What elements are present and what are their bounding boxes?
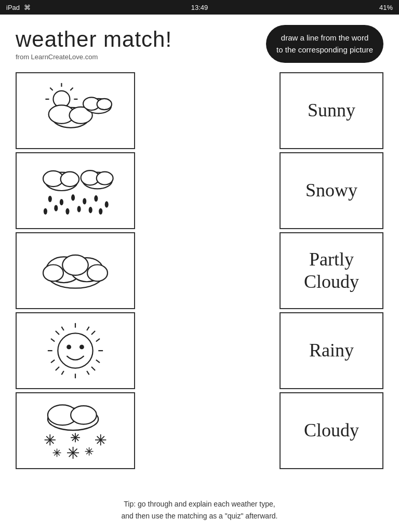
battery-label: 41% [379, 4, 393, 11]
svg-point-26 [54, 205, 58, 211]
svg-point-38 [43, 264, 63, 281]
svg-line-51 [96, 339, 100, 341]
device-label: iPad [6, 4, 20, 11]
pictures-column [16, 72, 135, 494]
word-sunny: Sunny [308, 99, 355, 122]
svg-line-6 [70, 88, 73, 90]
svg-point-24 [83, 198, 86, 204]
svg-point-57 [79, 344, 84, 349]
wifi-icon: ⌘ [24, 4, 31, 11]
partly-cloudy-image [17, 73, 134, 148]
word-box-snowy: Snowy [280, 152, 383, 229]
tip-area: Tip: go through and explain each weather… [16, 498, 383, 522]
status-right: 41% [379, 4, 393, 11]
sunny-image [17, 313, 134, 388]
svg-line-5 [50, 88, 52, 90]
svg-line-52 [51, 360, 55, 363]
svg-line-47 [91, 367, 95, 370]
tip-line2: and then use the matching as a "quiz" af… [121, 512, 277, 520]
svg-point-56 [66, 344, 71, 349]
svg-point-27 [65, 208, 69, 215]
svg-point-60 [71, 406, 97, 424]
snowy-image [17, 393, 134, 468]
svg-line-48 [61, 327, 63, 330]
instruction-line1: draw a line from the word [281, 33, 368, 42]
svg-point-31 [44, 208, 47, 215]
spacer [145, 72, 269, 494]
page-title: weather match! [16, 27, 172, 52]
words-column: Sunny Snowy PartlyCloudy Rainy Cloudy [280, 72, 383, 494]
tip-line1: Tip: go through and explain each weather… [124, 500, 275, 508]
matching-area: Sunny Snowy PartlyCloudy Rainy Cloudy [16, 72, 383, 494]
svg-point-32 [99, 208, 102, 215]
status-bar: iPad ⌘ 13:49 41% [0, 0, 399, 15]
svg-point-37 [87, 264, 108, 281]
picture-box-partly-cloudy [16, 72, 135, 149]
rainy-image [17, 153, 134, 228]
picture-box-cloudy [16, 232, 135, 309]
svg-point-23 [71, 194, 75, 201]
svg-point-14 [97, 99, 112, 110]
svg-point-28 [77, 206, 81, 212]
header: weather match! from LearnCreateLove.com … [16, 25, 383, 63]
instruction-line2: to the corresponding picture [276, 45, 373, 54]
word-partly-cloudy: PartlyCloudy [304, 248, 359, 293]
svg-line-44 [56, 331, 59, 335]
subtitle: from LearnCreateLove.com [16, 53, 172, 61]
svg-point-21 [48, 196, 52, 202]
picture-box-snowy [16, 392, 135, 469]
svg-line-45 [91, 331, 95, 335]
svg-point-36 [62, 255, 88, 275]
title-area: weather match! from LearnCreateLove.com [16, 27, 172, 61]
word-box-cloudy: Cloudy [280, 392, 383, 469]
svg-line-49 [87, 327, 89, 330]
main-content: weather match! from LearnCreateLove.com … [0, 15, 399, 532]
svg-point-17 [61, 172, 79, 187]
svg-line-55 [87, 371, 89, 375]
svg-line-53 [96, 360, 100, 363]
picture-box-sunny [16, 312, 135, 389]
instruction-bubble: draw a line from the word to the corresp… [266, 25, 383, 63]
word-rainy: Rainy [309, 339, 354, 362]
svg-point-22 [60, 199, 63, 205]
svg-point-25 [94, 195, 98, 202]
word-snowy: Snowy [305, 179, 357, 202]
svg-line-46 [56, 367, 59, 370]
cloudy-image [17, 233, 134, 308]
word-box-sunny: Sunny [280, 72, 383, 149]
svg-point-30 [105, 201, 109, 207]
word-box-partly-cloudy: PartlyCloudy [280, 232, 383, 309]
status-time: 13:49 [191, 4, 208, 11]
status-left: iPad ⌘ [6, 4, 31, 11]
svg-point-29 [89, 207, 92, 213]
word-cloudy: Cloudy [304, 419, 359, 442]
svg-point-20 [97, 172, 113, 185]
word-box-rainy: Rainy [280, 312, 383, 389]
picture-box-rainy [16, 152, 135, 229]
svg-point-39 [58, 333, 92, 368]
svg-line-50 [51, 339, 55, 341]
svg-line-54 [61, 371, 63, 375]
